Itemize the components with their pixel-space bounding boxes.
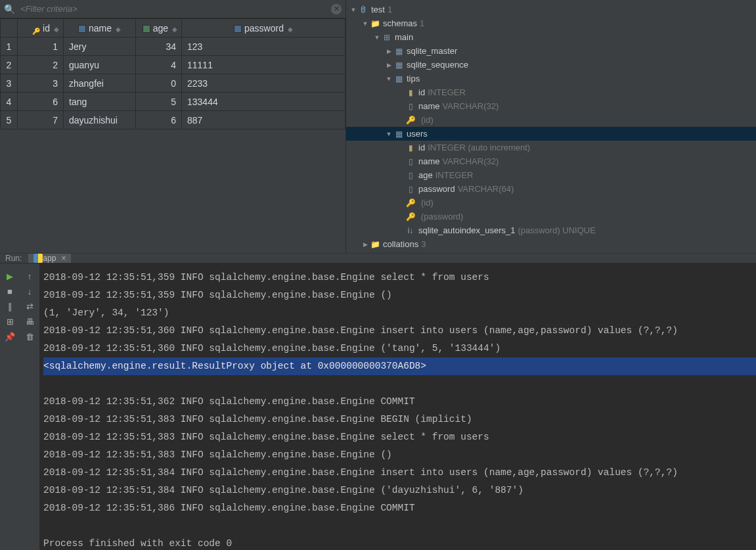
- cell-name[interactable]: guanyu: [64, 56, 136, 74]
- console-line: 2018-09-12 12:35:51,359 INFO sqlalchemy.…: [43, 272, 489, 283]
- column-icon: ▯: [405, 185, 416, 194]
- column-header-name[interactable]: name◆: [64, 19, 136, 37]
- console-line: Process finished with exit code 0: [43, 538, 232, 549]
- tree-table-users[interactable]: ▼▦users: [346, 127, 756, 141]
- pause-button[interactable]: ‖: [3, 300, 16, 313]
- stop-button[interactable]: ■: [3, 285, 16, 298]
- cell-name[interactable]: zhangfei: [64, 74, 136, 93]
- console-line: 2018-09-12 12:35:51,359 INFO sqlalchemy.…: [43, 290, 392, 300]
- column-header-id[interactable]: id◆: [18, 19, 64, 37]
- cell-id[interactable]: 2: [18, 56, 64, 74]
- trash-button[interactable]: 🗑: [23, 330, 36, 343]
- tree-label: id: [418, 87, 425, 97]
- cell-password[interactable]: 123: [182, 37, 345, 56]
- tree-label: tips: [407, 74, 420, 83]
- column-icon: ▯: [405, 171, 416, 180]
- tree-column[interactable]: 🔑(password): [346, 210, 756, 223]
- close-tab-button[interactable]: ×: [61, 254, 66, 263]
- search-icon: 🔍: [4, 4, 15, 14]
- cell-age[interactable]: 4: [136, 56, 182, 74]
- tree-toggle-icon: ▼: [372, 34, 382, 41]
- cell-id[interactable]: 1: [18, 37, 64, 56]
- tree-label: password: [418, 184, 455, 194]
- tree-column[interactable]: ▮idINTEGER (auto increment): [346, 141, 756, 154]
- data-grid[interactable]: id◆name◆age◆password◆ 11Jery3412322guany…: [0, 18, 345, 129]
- tree-meta: (id): [421, 198, 434, 208]
- tree-schemas[interactable]: ▼📁schemas1: [346, 16, 756, 30]
- tree-column[interactable]: i↓sqlite_autoindex_users_1(password) UNI…: [346, 223, 756, 237]
- cell-age[interactable]: 0: [136, 74, 182, 93]
- column-icon: ▯: [405, 102, 416, 111]
- cell-id[interactable]: 6: [18, 93, 64, 111]
- tree-column[interactable]: 🔑(id): [346, 196, 756, 210]
- column-icon: [234, 25, 242, 33]
- tree-meta: (id): [421, 115, 434, 125]
- cell-password[interactable]: 887: [182, 111, 345, 129]
- console-line: 2018-09-12 12:35:51,362 INFO sqlalchemy.…: [43, 396, 415, 407]
- table-row[interactable]: 33zhangfei02233: [1, 74, 345, 93]
- column-header-password[interactable]: password◆: [182, 19, 345, 37]
- folder-icon: 📁: [370, 240, 380, 249]
- cell-password[interactable]: 2233: [182, 74, 345, 93]
- table-row[interactable]: 46tang5133444: [1, 93, 345, 111]
- tree-toggle-icon: ▶: [361, 241, 370, 248]
- print-button[interactable]: 🖶: [23, 315, 36, 328]
- table-row[interactable]: 57dayuzhishui6887: [1, 111, 345, 129]
- database-icon: 🛢: [358, 5, 368, 14]
- clear-filter-button[interactable]: ✕: [331, 4, 342, 14]
- tree-database[interactable]: ▼🛢test1: [346, 3, 756, 16]
- tree-column[interactable]: ▯nameVARCHAR(32): [346, 154, 756, 168]
- table-icon: ▦: [393, 47, 404, 56]
- cell-age[interactable]: 6: [136, 111, 182, 129]
- tree-column[interactable]: ▯ageINTEGER: [346, 168, 756, 182]
- pin-button[interactable]: 📌: [3, 330, 16, 343]
- tree-table[interactable]: ▶▦sqlite_master: [346, 44, 756, 58]
- cell-name[interactable]: dayuzhishui: [64, 111, 136, 129]
- cell-password[interactable]: 133444: [182, 93, 345, 111]
- tree-column[interactable]: ▯passwordVARCHAR(64): [346, 182, 756, 196]
- run-tab[interactable]: app ×: [28, 254, 71, 263]
- wrap-button[interactable]: ⇄: [23, 300, 36, 313]
- cell-password[interactable]: 11111: [182, 56, 345, 74]
- cell-name[interactable]: Jery: [64, 37, 136, 56]
- table-icon: ▦: [393, 129, 404, 139]
- down-button[interactable]: ↓: [23, 285, 36, 298]
- tree-label: id: [418, 143, 425, 152]
- console-output[interactable]: 2018-09-12 12:35:51,359 INFO sqlalchemy.…: [39, 264, 756, 550]
- index-icon: i↓: [405, 226, 416, 235]
- table-row[interactable]: 11Jery34123: [1, 37, 345, 56]
- tree-toggle-icon: ▼: [384, 76, 393, 82]
- tree-meta: VARCHAR(32): [443, 101, 499, 111]
- console-line: (1, 'Jery', 34, '123'): [43, 308, 169, 318]
- row-number: 4: [1, 93, 18, 111]
- run-label: Run:: [0, 254, 28, 263]
- tree-meta: 1: [420, 18, 424, 28]
- console-line: 2018-09-12 12:35:51,360 INFO sqlalchemy.…: [43, 325, 678, 336]
- cell-age[interactable]: 34: [136, 37, 182, 56]
- cell-id[interactable]: 3: [18, 74, 64, 93]
- table-icon: ▦: [393, 74, 404, 83]
- table-row[interactable]: 22guanyu411111: [1, 56, 345, 74]
- layout-button[interactable]: ⊞: [3, 315, 16, 328]
- filter-input[interactable]: [18, 4, 331, 14]
- tree-column[interactable]: ▯nameVARCHAR(32): [346, 99, 756, 113]
- tree-toggle-icon: ▼: [349, 7, 358, 13]
- tree-collations[interactable]: ▶📁collations3: [346, 237, 756, 251]
- tree-column[interactable]: 🔑(id): [346, 113, 756, 127]
- tree-label: sqlite_sequence: [407, 60, 468, 70]
- up-button[interactable]: ↑: [23, 269, 36, 283]
- row-number: 2: [1, 56, 18, 74]
- tree-schema-main[interactable]: ▼⊞main: [346, 30, 756, 44]
- cell-age[interactable]: 5: [136, 93, 182, 111]
- row-number: 3: [1, 74, 18, 93]
- tree-column[interactable]: ▮idINTEGER: [346, 85, 756, 99]
- cell-name[interactable]: tang: [64, 93, 136, 111]
- tree-label: test: [371, 5, 385, 14]
- tree-table-tips[interactable]: ▼▦tips: [346, 72, 756, 85]
- column-header-age[interactable]: age◆: [136, 19, 182, 37]
- tree-table[interactable]: ▶▦sqlite_sequence: [346, 58, 756, 72]
- cell-id[interactable]: 7: [18, 111, 64, 129]
- tree-meta: VARCHAR(32): [443, 156, 499, 166]
- rerun-button[interactable]: ▶: [3, 269, 16, 283]
- tree-meta: INTEGER: [428, 87, 466, 97]
